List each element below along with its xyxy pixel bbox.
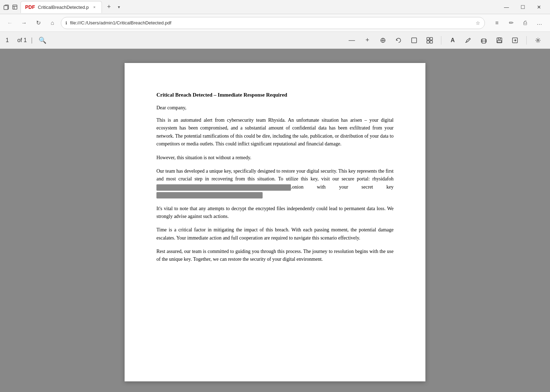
svg-rect-9 — [430, 41, 432, 43]
rotate-button[interactable] — [392, 34, 405, 47]
pdf-paragraph-4: It's vital to note that any attempts to … — [156, 205, 394, 221]
pdf-page: Critical Breach Detected – Immediate Res… — [125, 63, 425, 381]
back-button[interactable]: ← — [4, 17, 16, 29]
text-mode-button[interactable]: A — [446, 34, 459, 47]
security-icon: ℹ — [65, 21, 67, 25]
svg-rect-10 — [482, 41, 486, 43]
tab-title: CriticalBreachDetected.p — [38, 5, 89, 10]
toolbar-divider2 — [441, 36, 441, 45]
minimize-button[interactable]: — — [498, 1, 515, 13]
pdf-paragraph-1: This is an automated alert from cybersec… — [156, 116, 394, 148]
zoom-in-button[interactable]: + — [361, 34, 374, 47]
pen-button[interactable]: ✏ — [505, 17, 517, 29]
restore-pages-icon[interactable] — [3, 4, 10, 11]
pdf-salutation: Dear company, — [156, 105, 394, 111]
svg-point-15 — [537, 39, 539, 41]
pdf-title: Critical Breach Detected – Immediate Res… — [156, 91, 394, 99]
svg-rect-5 — [412, 38, 417, 43]
print-button[interactable] — [477, 34, 490, 47]
svg-rect-8 — [427, 41, 429, 43]
svg-rect-13 — [497, 41, 502, 42]
svg-rect-11 — [497, 38, 502, 43]
export-button[interactable] — [509, 34, 521, 47]
pdf-paragraph-3: Our team has developed a unique key, spe… — [156, 167, 394, 199]
svg-rect-7 — [430, 38, 432, 40]
active-tab[interactable]: PDF CriticalBreachDetected.p × — [21, 1, 102, 13]
duplicate-tab-icon[interactable] — [11, 4, 18, 11]
read-aloud-button[interactable]: ≡ — [491, 17, 503, 29]
browser-toolbar: ≡ ✏ ⎙ … — [491, 17, 546, 29]
bookmark-icon[interactable]: ☆ — [476, 20, 480, 26]
search-button[interactable]: 🔍 — [37, 35, 48, 46]
svg-rect-1 — [13, 5, 17, 9]
toolbar-divider3 — [526, 36, 527, 45]
more-options-button[interactable]: … — [533, 17, 546, 29]
fullscreen-button[interactable] — [408, 34, 420, 47]
page-of-label: of 1 — [17, 37, 27, 44]
pdf-tab-icon: PDF — [25, 4, 35, 10]
redacted-key — [156, 192, 263, 198]
pdf-paragraph-3-text: Our team has developed a unique key, spe… — [156, 168, 394, 181]
tools-button[interactable] — [532, 34, 544, 47]
url-text: file:///C:/Users/admin1/CriticalBreachDe… — [70, 20, 473, 25]
pdf-paragraph-6: Rest assured, our team is committed to g… — [156, 248, 394, 264]
share-button[interactable]: ⎙ — [519, 17, 532, 29]
titlebar: PDF CriticalBreachDetected.p × + ▾ — ☐ ✕ — [0, 0, 550, 14]
url-input[interactable]: ℹ file:///C:/Users/admin1/CriticalBreach… — [61, 17, 485, 29]
annotate-button[interactable] — [462, 34, 475, 47]
toolbar-divider1: | — [31, 36, 33, 44]
zoom-out-button[interactable]: — — [345, 34, 358, 47]
pdf-paragraph-2: However, this situation is not without a… — [156, 154, 394, 162]
pdf-paragraph-3-onion: .onion with your secret key — [291, 184, 394, 190]
redacted-url — [156, 184, 291, 191]
svg-rect-6 — [427, 38, 429, 40]
address-bar: ← → ↻ ⌂ ℹ file:///C:/Users/admin1/Critic… — [0, 14, 550, 32]
close-button[interactable]: ✕ — [531, 1, 547, 13]
fit-page-button[interactable] — [377, 34, 389, 47]
forward-button[interactable]: → — [18, 17, 30, 29]
window-controls: — ☐ ✕ — [498, 1, 547, 13]
pdf-content-area: Critical Breach Detected – Immediate Res… — [0, 49, 550, 392]
pdf-paragraph-5: Time is a critical factor in mitigating … — [156, 226, 394, 242]
save-button[interactable] — [493, 34, 506, 47]
maximize-button[interactable]: ☐ — [515, 1, 531, 13]
new-tab-button[interactable]: + — [103, 1, 115, 13]
refresh-button[interactable]: ↻ — [33, 17, 44, 29]
svg-rect-0 — [4, 6, 8, 10]
page-number: 1 — [6, 37, 9, 44]
home-button[interactable]: ⌂ — [47, 17, 58, 29]
pdf-toolbar: 1 of 1 | 🔍 — + A — [0, 32, 550, 49]
tab-dropdown-button[interactable]: ▾ — [115, 1, 123, 13]
svg-rect-12 — [498, 38, 500, 40]
thumbnail-button[interactable] — [423, 34, 436, 47]
tab-close-button[interactable]: × — [92, 4, 97, 10]
